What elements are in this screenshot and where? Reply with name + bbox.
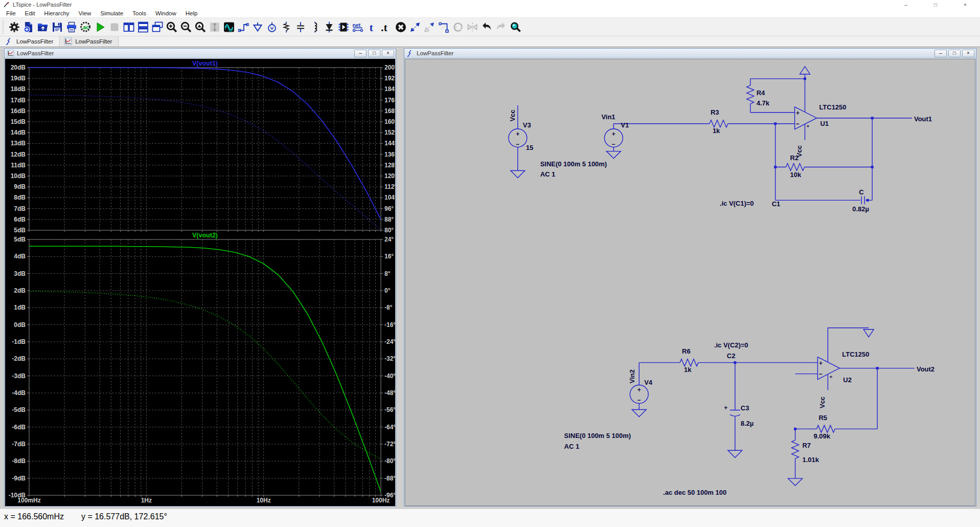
capacitor-c1[interactable] <box>861 196 864 204</box>
vcc-flag-u1[interactable] <box>800 67 810 74</box>
resistor-button[interactable] <box>279 19 293 35</box>
schematic-label[interactable]: 0.82µ <box>852 205 869 213</box>
menu-item-simulate[interactable]: Simulate <box>96 10 128 16</box>
print-button[interactable] <box>64 19 79 35</box>
resistor-r4[interactable] <box>747 85 754 104</box>
schematic-label[interactable]: V1 <box>621 121 629 129</box>
ground-flag-u2[interactable] <box>863 330 874 337</box>
drag-button[interactable] <box>437 19 451 35</box>
schematic-label[interactable]: Vcc <box>818 397 826 408</box>
text-button[interactable]: t <box>365 19 379 35</box>
wires[interactable] <box>518 74 915 478</box>
halt-button[interactable] <box>107 19 122 35</box>
schematic-label[interactable]: AC 1 <box>564 443 580 450</box>
restore-button[interactable]: □ <box>948 50 961 57</box>
schematic-label[interactable]: AC 1 <box>540 170 556 178</box>
schematic-label[interactable]: + <box>796 109 800 117</box>
zoom-full-extents-button[interactable] <box>193 19 208 35</box>
new-schematic-button[interactable] <box>21 19 36 35</box>
menu-item-help[interactable]: Help <box>181 10 202 16</box>
schematic-label[interactable]: U2 <box>843 376 852 384</box>
open-file-button[interactable] <box>36 19 50 35</box>
schematic-label[interactable]: .ic V(C2)=0 <box>714 341 748 349</box>
ground-flags[interactable] <box>511 151 803 486</box>
undo-button[interactable] <box>480 19 494 35</box>
close-button[interactable]: × <box>382 50 394 57</box>
menu-item-window[interactable]: Window <box>151 10 181 16</box>
close-button[interactable]: × <box>950 0 980 9</box>
schematic-canvas[interactable]: VccV315+−SINE(0 100m 5 100m)AC 1Vin1V1+−… <box>405 59 975 506</box>
menu-item-hierarchy[interactable]: Hierarchy <box>39 10 74 16</box>
schematic-label[interactable]: + <box>819 360 823 367</box>
tab-1-lowpassfilter[interactable]: LowPassFilter <box>1 36 60 47</box>
menu-item-edit[interactable]: Edit <box>20 10 40 16</box>
waveform-plot[interactable]: 20dB19dB18dB17dB16dB15dB14dB13dB12dB11dB… <box>5 59 395 506</box>
capacitor-c3[interactable] <box>730 410 740 416</box>
schematic-label[interactable]: R3 <box>711 108 719 116</box>
schematic-label[interactable]: Vout2 <box>917 365 935 373</box>
waveform-window-titlebar[interactable]: LowPassFilter –□× <box>5 49 396 58</box>
maximize-button[interactable]: □ <box>921 0 950 9</box>
waveform-button[interactable] <box>222 19 236 35</box>
schematic-label[interactable]: SINE(0 100m 5 100m) <box>564 432 631 440</box>
pan-button[interactable] <box>208 19 222 35</box>
schematic-label[interactable]: V3 <box>523 121 531 129</box>
control-panel-gear-button[interactable] <box>7 19 21 35</box>
ground-button[interactable] <box>250 19 265 35</box>
label-net-button[interactable] <box>265 19 279 35</box>
schematic-label[interactable]: 1k <box>684 366 692 374</box>
resistor-r2[interactable] <box>786 164 805 171</box>
schematic-label[interactable]: + <box>612 130 616 138</box>
schematic-label[interactable]: R7 <box>802 442 811 449</box>
schematic-label[interactable]: 8.2µ <box>741 420 754 427</box>
ac-analysis-button[interactable]: .ac <box>79 19 93 35</box>
tile-horizontal-button[interactable] <box>136 19 150 35</box>
schematic-label[interactable]: .ac dec 50 100m 100 <box>663 489 726 496</box>
schematic-label[interactable]: R4 <box>757 89 765 97</box>
schematic-label[interactable]: + <box>807 123 810 129</box>
cascade-windows-button[interactable] <box>150 19 165 35</box>
menu-item-file[interactable]: File <box>2 10 20 16</box>
schematic-label[interactable]: R2 <box>790 154 799 162</box>
schematic-label[interactable]: U1 <box>820 120 829 127</box>
capacitor-button[interactable] <box>293 19 308 35</box>
schematic-label[interactable]: Vin1 <box>601 113 615 121</box>
minimize-button[interactable]: – <box>891 0 921 9</box>
resistor-r6[interactable] <box>680 359 698 366</box>
phase-trace-Vvout2[interactable] <box>29 291 381 459</box>
rotate-button[interactable] <box>451 19 465 35</box>
resistor-r7[interactable] <box>792 440 799 458</box>
resistor-r3[interactable] <box>710 120 728 127</box>
magnitude-trace-Vvout2[interactable] <box>29 246 381 492</box>
schematic-label[interactable]: − <box>637 397 641 404</box>
schematic-label[interactable]: C <box>859 188 864 196</box>
schematic-label[interactable]: + <box>516 130 519 138</box>
spice-directive-button[interactable]: .t <box>379 19 394 35</box>
copy-button[interactable] <box>422 19 437 35</box>
schematic-label[interactable]: C3 <box>741 404 749 412</box>
schematic-label[interactable]: 4.7k <box>757 99 770 107</box>
zoom-out-button[interactable] <box>179 19 193 35</box>
netlist-button[interactable]: net <box>351 19 365 35</box>
component-button[interactable] <box>336 19 351 35</box>
close-button[interactable]: × <box>962 50 974 57</box>
schematic-label[interactable]: 9.09k <box>813 432 830 440</box>
schematic-label[interactable]: Vout1 <box>914 115 932 123</box>
schematic-label[interactable]: C1 <box>772 200 781 208</box>
schematic-label[interactable]: − <box>612 141 616 148</box>
schematic-label[interactable]: Vcc <box>509 109 516 121</box>
tile-vertical-button[interactable] <box>122 19 136 35</box>
schematic-label[interactable]: 1k <box>713 127 720 135</box>
minimize-button[interactable]: – <box>935 50 947 57</box>
schematic-label[interactable]: Vin2 <box>628 369 636 383</box>
schematic-label[interactable]: C2 <box>727 352 736 360</box>
schematic-label[interactable]: + <box>724 404 727 411</box>
schematic-label[interactable]: V4 <box>644 379 653 386</box>
schematic-label[interactable]: SINE(0 100m 5 100m) <box>540 160 607 168</box>
schematic-label[interactable]: R5 <box>818 414 827 422</box>
find-button[interactable] <box>508 19 522 35</box>
mirror-button[interactable] <box>465 19 480 35</box>
schematic-label[interactable]: R6 <box>682 347 691 355</box>
run-button[interactable] <box>93 19 107 35</box>
schematic-label[interactable]: 1.01k <box>802 456 819 464</box>
